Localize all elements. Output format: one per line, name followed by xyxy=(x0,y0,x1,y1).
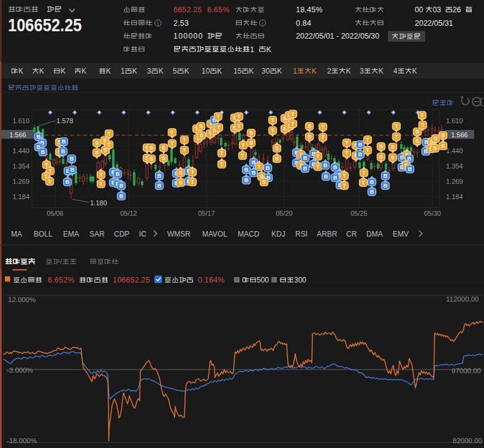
svg-text:i: i xyxy=(157,20,159,26)
svg-text:T: T xyxy=(362,170,366,176)
svg-text:-3.000%: -3.000% xyxy=(7,366,33,374)
svg-text:T: T xyxy=(321,134,325,140)
svg-text:15: 15 xyxy=(233,67,242,75)
svg-text:2.53: 2.53 xyxy=(173,19,189,28)
svg-text:K: K xyxy=(184,67,189,75)
svg-text:1: 1 xyxy=(250,45,254,54)
svg-text:T: T xyxy=(271,117,274,123)
svg-text:T: T xyxy=(241,153,244,159)
svg-text:1: 1 xyxy=(121,67,125,75)
svg-text:T: T xyxy=(99,181,103,187)
svg-text:B: B xyxy=(408,166,412,172)
svg-text:6.65%: 6.65% xyxy=(207,6,229,14)
svg-text:2: 2 xyxy=(327,67,331,75)
svg-text:T: T xyxy=(191,169,194,175)
svg-text:T: T xyxy=(395,123,398,129)
svg-text:B: B xyxy=(370,189,374,195)
svg-text:B: B xyxy=(384,183,388,189)
svg-text:1.184: 1.184 xyxy=(13,193,30,200)
svg-text:S: S xyxy=(434,135,437,142)
svg-text:T: T xyxy=(316,164,320,170)
svg-text:3: 3 xyxy=(360,67,364,75)
svg-text:S: S xyxy=(162,145,165,151)
svg-text:T: T xyxy=(220,150,224,156)
svg-text:1.440: 1.440 xyxy=(13,147,30,154)
svg-text:05/17: 05/17 xyxy=(198,210,215,217)
svg-text:B: B xyxy=(116,171,120,177)
svg-text:WMSR: WMSR xyxy=(167,230,191,238)
svg-text:B: B xyxy=(244,167,249,173)
svg-text:106652.25: 106652.25 xyxy=(8,15,82,35)
svg-text:K: K xyxy=(249,67,254,75)
svg-text:500: 500 xyxy=(257,276,269,284)
svg-text:K: K xyxy=(159,67,164,75)
svg-text:T: T xyxy=(48,178,51,184)
svg-text:1.354: 1.354 xyxy=(13,162,30,170)
svg-text:1.610: 1.610 xyxy=(13,117,30,124)
svg-text:B: B xyxy=(119,183,124,189)
svg-text:B: B xyxy=(384,173,388,179)
svg-text:B: B xyxy=(407,156,412,162)
svg-text:T: T xyxy=(420,112,424,118)
svg-text:K: K xyxy=(217,67,222,75)
svg-text:T: T xyxy=(170,129,174,135)
svg-text:EMA: EMA xyxy=(63,230,79,238)
svg-text:ARBR: ARBR xyxy=(317,230,338,238)
svg-text:S: S xyxy=(249,130,253,136)
svg-text:B: B xyxy=(358,142,363,148)
svg-text:B: B xyxy=(119,193,124,199)
svg-text:6652.25: 6652.25 xyxy=(173,6,202,14)
svg-text:S: S xyxy=(249,140,253,146)
svg-text:K: K xyxy=(379,67,384,75)
svg-text:T: T xyxy=(366,137,369,143)
svg-text:S: S xyxy=(149,145,153,151)
svg-text:B: B xyxy=(157,173,162,179)
svg-text:K: K xyxy=(81,67,86,75)
svg-text:B: B xyxy=(252,170,256,176)
svg-text:05/30: 05/30 xyxy=(424,210,441,217)
svg-text:0.84: 0.84 xyxy=(296,19,311,28)
svg-text:T: T xyxy=(291,111,295,117)
svg-text:B: B xyxy=(323,162,328,169)
svg-text:S: S xyxy=(179,170,183,176)
svg-text:B: B xyxy=(303,155,308,161)
svg-text:S: S xyxy=(200,132,203,139)
svg-text:S: S xyxy=(262,179,266,185)
svg-text:1.610: 1.610 xyxy=(446,117,463,124)
svg-text:1.566: 1.566 xyxy=(9,131,26,139)
svg-text:112000.00: 112000.00 xyxy=(446,295,479,303)
svg-text:1.180: 1.180 xyxy=(90,199,107,207)
svg-text:K: K xyxy=(106,67,111,75)
svg-text:T: T xyxy=(183,147,186,153)
svg-text:B: B xyxy=(266,165,270,171)
svg-text:IC: IC xyxy=(139,230,146,238)
svg-text:B: B xyxy=(333,164,338,170)
svg-text:S: S xyxy=(441,143,445,149)
svg-text:K: K xyxy=(61,67,66,75)
svg-text:T: T xyxy=(395,134,398,140)
svg-text:T: T xyxy=(216,113,220,120)
svg-text:106652.25: 106652.25 xyxy=(113,276,150,284)
svg-text:30: 30 xyxy=(262,67,270,75)
svg-text:T: T xyxy=(345,140,349,146)
svg-text:1.440: 1.440 xyxy=(446,147,463,154)
svg-text:2022/05/31: 2022/05/31 xyxy=(415,19,453,28)
svg-text:10: 10 xyxy=(202,67,210,75)
svg-text:00: 00 xyxy=(415,6,423,14)
svg-text:MA: MA xyxy=(11,230,22,238)
svg-text:S: S xyxy=(199,123,203,129)
svg-text:DMA: DMA xyxy=(366,230,383,238)
svg-text:T: T xyxy=(217,124,221,131)
svg-text:S: S xyxy=(179,180,183,186)
svg-text:T: T xyxy=(170,140,174,146)
svg-text:T: T xyxy=(342,183,346,189)
svg-text:T: T xyxy=(321,124,325,130)
svg-text:1.269: 1.269 xyxy=(446,178,463,185)
svg-text:B: B xyxy=(61,148,66,154)
svg-text:S: S xyxy=(391,154,395,161)
svg-text:5: 5 xyxy=(173,67,177,75)
svg-text:MAVOL: MAVOL xyxy=(202,230,227,238)
svg-text:S: S xyxy=(275,156,279,162)
svg-text:26: 26 xyxy=(453,6,461,14)
svg-text:S: S xyxy=(95,150,99,156)
